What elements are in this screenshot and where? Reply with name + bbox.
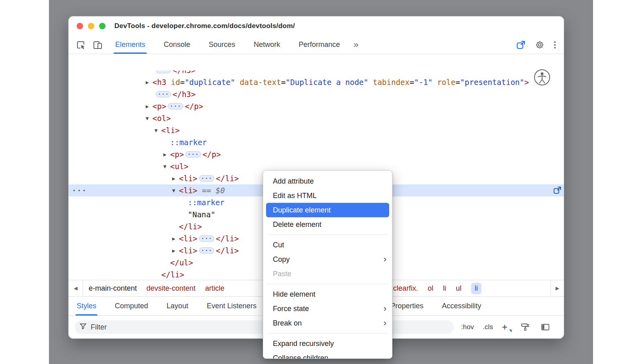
element-classes-button[interactable]: .cls xyxy=(483,323,493,331)
expand-arrow-icon[interactable]: ▼ xyxy=(172,188,179,193)
tab-elements[interactable]: Elements xyxy=(115,36,145,54)
ellipsis-pill[interactable]: ··· xyxy=(199,235,214,242)
expand-arrow-icon[interactable]: ▶ xyxy=(172,176,179,181)
paint-roller-icon[interactable] xyxy=(520,322,531,333)
breadcrumb-back-icon[interactable]: ◀ xyxy=(69,280,83,296)
expand-arrow-icon[interactable]: ▶ xyxy=(172,249,179,253)
menu-item-label: Force state xyxy=(273,305,309,313)
code-token: <p> xyxy=(170,150,184,159)
tab-console[interactable]: Console xyxy=(164,36,190,54)
breadcrumb-item[interactable]: ol xyxy=(428,284,433,293)
expand-arrow-icon[interactable]: ▼ xyxy=(146,116,152,121)
breadcrumb-item[interactable]: ul xyxy=(456,284,461,293)
tree-row[interactable]: ▼<ol> xyxy=(69,112,564,124)
code-token: ::marker xyxy=(170,138,207,147)
context-menu-item[interactable]: Break on› xyxy=(263,316,392,330)
inspect-element-icon[interactable] xyxy=(75,39,87,51)
expand-arrow-icon[interactable]: ▶ xyxy=(172,237,179,241)
ellipsis-pill[interactable]: ··· xyxy=(199,175,214,182)
code-token: "-1" xyxy=(414,78,433,87)
breadcrumb-item[interactable]: li xyxy=(471,283,482,294)
breadcrumb-forward-icon[interactable]: ▶ xyxy=(551,280,564,296)
ellipsis-pill[interactable]: ··· xyxy=(168,103,183,109)
breadcrumb-item[interactable]: devsite-content xyxy=(146,284,195,293)
code-token: role xyxy=(437,78,455,87)
toggle-sidebar-icon[interactable] xyxy=(540,322,551,333)
panel-tabs: ElementsConsoleSourcesNetworkPerformance xyxy=(115,36,340,54)
tree-row[interactable]: ▶<p>···</p> xyxy=(69,148,564,160)
tab-sources[interactable]: Sources xyxy=(209,36,235,54)
code-token: </li> xyxy=(216,246,239,255)
context-menu-item[interactable]: Expand recursively xyxy=(263,336,392,351)
expand-arrow-icon[interactable]: ▶ xyxy=(146,80,152,85)
expand-arrow-icon[interactable]: ▶ xyxy=(146,104,152,109)
menu-item-label: Duplicate element xyxy=(273,206,331,214)
context-menu-item[interactable]: Collapse children xyxy=(263,351,392,359)
expand-arrow-icon[interactable]: ▼ xyxy=(163,164,170,169)
new-rule-caret-icon xyxy=(509,330,512,332)
context-menu: Add attributeEdit as HTMLDuplicate eleme… xyxy=(263,170,392,359)
new-style-rule-button[interactable]: + xyxy=(502,322,511,333)
tree-row[interactable]: ▶<h3 id="duplicate" data-text="Duplicate… xyxy=(69,76,564,88)
breadcrumb-item[interactable]: li xyxy=(443,284,446,293)
menu-item-label: Cut xyxy=(273,241,284,249)
window-controls xyxy=(77,23,106,29)
breadcrumb-item[interactable]: e-main-content xyxy=(89,284,137,293)
context-menu-item[interactable]: Force state› xyxy=(263,301,392,316)
expand-arrow-icon[interactable]: ▼ xyxy=(154,128,161,133)
tree-row[interactable]: ···</h3> xyxy=(69,71,564,76)
submenu-chevron-icon: › xyxy=(384,319,386,328)
sidebar-tab-accessibility[interactable]: Accessibility xyxy=(442,297,481,315)
code-token: "Nana" xyxy=(188,210,215,219)
code-token: "Duplicate a node" xyxy=(286,78,368,87)
ellipsis-pill[interactable]: ··· xyxy=(199,247,214,254)
ellipsis-pill[interactable]: ··· xyxy=(156,91,171,97)
context-menu-item[interactable]: Cut xyxy=(263,238,392,252)
tree-row[interactable]: ▶<p>···</p> xyxy=(69,100,564,112)
context-menu-item[interactable]: Duplicate element xyxy=(266,203,389,217)
filter-toolbar: :hov .cls + xyxy=(461,322,551,333)
submenu-chevron-icon: › xyxy=(384,255,386,264)
tree-row[interactable]: ▼<li> xyxy=(69,124,564,136)
context-menu-item[interactable]: Add attribute xyxy=(263,174,392,188)
context-menu-item[interactable]: Edit as HTML xyxy=(263,188,392,203)
minimize-button[interactable] xyxy=(88,23,94,29)
tree-row[interactable]: ::marker xyxy=(69,136,564,148)
sidebar-tab-computed[interactable]: Computed xyxy=(115,297,148,315)
code-token xyxy=(433,78,437,87)
code-token: = xyxy=(410,78,414,87)
code-token: </p> xyxy=(185,102,203,111)
code-token: </li> xyxy=(216,234,239,243)
menu-item-label: Delete element xyxy=(273,220,321,229)
kebab-menu-icon[interactable] xyxy=(553,40,557,50)
row-menu-dots-icon[interactable]: ··· xyxy=(72,186,87,195)
sidebar-tab-styles[interactable]: Styles xyxy=(77,297,96,315)
expand-arrow-icon[interactable]: ▶ xyxy=(163,152,170,157)
tab-performance[interactable]: Performance xyxy=(299,36,340,54)
sidebar-tab-properties[interactable]: Properties xyxy=(390,297,423,315)
arrow-square-icon[interactable] xyxy=(515,39,527,51)
ellipsis-pill[interactable]: ··· xyxy=(185,151,201,158)
menu-item-label: Copy xyxy=(273,255,290,264)
ellipsis-pill[interactable]: ··· xyxy=(156,71,171,73)
tree-row[interactable]: ···</h3> xyxy=(69,88,564,100)
context-menu-item[interactable]: Hide element xyxy=(263,287,392,301)
device-toolbar-icon[interactable] xyxy=(92,39,104,51)
context-menu-item[interactable]: Copy› xyxy=(263,252,392,267)
context-menu-item[interactable]: Delete element xyxy=(263,217,392,232)
settings-gear-icon[interactable] xyxy=(534,39,545,51)
code-token: <li> xyxy=(179,174,197,183)
code-token: </p> xyxy=(203,150,221,159)
code-token: == xyxy=(197,186,216,195)
close-button[interactable] xyxy=(77,23,83,29)
code-token: <li> xyxy=(179,186,197,195)
more-tabs-icon[interactable]: » xyxy=(354,40,358,50)
arrow-square-badge-icon[interactable] xyxy=(553,186,562,197)
sidebar-tab-event-listeners[interactable]: Event Listeners xyxy=(207,297,256,315)
sidebar-tab-layout[interactable]: Layout xyxy=(167,297,188,315)
zoom-button[interactable] xyxy=(99,23,106,29)
code-token: <li> xyxy=(179,246,197,255)
tab-network[interactable]: Network xyxy=(254,36,280,54)
breadcrumb-item[interactable]: article xyxy=(205,284,224,293)
toggle-element-state-button[interactable]: :hov xyxy=(461,323,474,331)
